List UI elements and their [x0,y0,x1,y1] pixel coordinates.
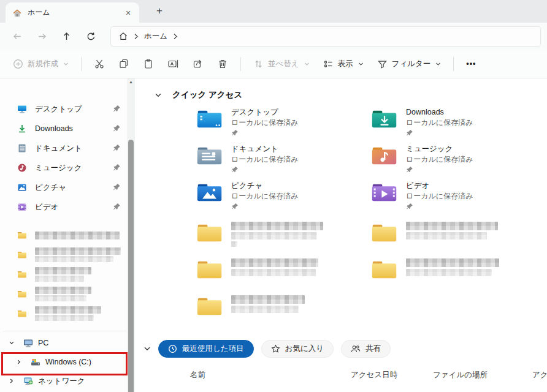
more-button[interactable]: ••• [459,53,483,74]
new-button[interactable]: 新規作成 [6,53,75,74]
pin-icon [406,129,413,137]
tile-redacted-folder[interactable] [371,258,546,295]
tile-redacted-folder[interactable] [196,222,371,258]
filter-button[interactable]: フィルター [370,53,448,74]
sidebar-item-windows-c[interactable]: Windows (C:) [0,351,135,373]
address-bar[interactable]: ホーム [110,26,541,47]
navigation-bar: ホーム [0,23,547,50]
paste-button[interactable] [136,53,161,74]
sidebar-item-redacted-folder[interactable] [0,265,135,284]
copy-button[interactable] [112,53,136,74]
sidebar-item-videos[interactable]: ビデオ [0,197,135,217]
pin-icon [113,203,121,211]
folder-icon [17,230,27,240]
sidebar-item-downloads[interactable]: Downloads [0,119,135,138]
sidebar-scrollbar[interactable]: ▲ [127,78,135,392]
recent-section-header: 最近使用した項目 お気に入り 共有 [143,340,391,358]
tab-bar: ホーム × + [0,0,547,23]
tile-name: ドキュメント [231,145,298,154]
forward-button[interactable] [29,26,54,47]
tile-name: ピクチャ [231,181,298,190]
column-file-location[interactable]: ファイルの場所 [433,370,488,380]
tile-name: ミュージック [406,145,473,154]
sidebar-item-pc[interactable]: PC [0,335,135,351]
folder-icon [196,258,223,280]
sidebar-item-music[interactable]: ミュージック [0,158,135,178]
sort-button[interactable]: 並べ替え [247,53,316,74]
sidebar-item-desktop[interactable]: デスクトップ [0,99,135,119]
rename-button[interactable] [161,53,186,74]
tile-redacted-folder[interactable] [196,295,371,332]
redacted-label [35,232,120,239]
plus-circle-icon [13,59,23,69]
back-arrow-icon [12,31,23,42]
redacted-label [35,306,101,321]
trash-icon [217,58,228,69]
tile-downloads[interactable]: Downloads ローカルに保存済み [371,108,546,145]
new-tab-button[interactable]: + [151,5,167,17]
column-name[interactable]: 名前 [190,370,205,380]
delete-button[interactable] [210,53,235,74]
back-button[interactable] [5,26,29,47]
folder-icon [371,222,398,243]
folder-icon [17,270,27,279]
share-icon [193,58,204,69]
tile-music[interactable]: ミュージック ローカルに保存済み [371,145,546,181]
column-access-date[interactable]: アクセス日時 [351,370,397,380]
navigation-sidebar: デスクトップ Downloads ドキュメント ミュージック ピクチャ ビデオ [0,78,135,392]
redacted-label [406,258,499,276]
filter-icon [377,59,388,69]
chevron-down-icon[interactable] [143,346,151,352]
pin-icon [113,183,121,191]
tab-home[interactable]: ホーム × [6,2,139,23]
column-clipped[interactable]: アク [532,370,547,380]
sidebar-item-redacted-folder[interactable] [0,245,135,265]
cut-button[interactable] [87,53,112,74]
tile-desktop[interactable]: デスクトップ ローカルに保存済み [196,108,371,145]
sidebar-item-network[interactable]: ネットワーク [0,373,135,389]
tile-redacted-folder[interactable] [371,222,546,258]
sidebar-item-redacted-folder[interactable] [0,225,135,245]
toolbar-separator [240,57,241,71]
download-icon [17,124,27,134]
folder-icon [196,222,223,243]
quick-access-section-header[interactable]: クイック アクセス [155,89,242,100]
breadcrumb-item-home[interactable]: ホーム [144,31,167,42]
tab-close-icon[interactable]: × [123,8,134,18]
pictures-icon [17,183,27,192]
desktop-folder-icon [196,108,223,129]
tab-title: ホーム [28,7,123,18]
chevron-right-icon [9,378,14,384]
recent-list-column-headers: 名前 アクセス日時 ファイルの場所 アク [135,369,547,383]
share-button[interactable] [186,53,210,74]
refresh-button[interactable] [78,26,103,47]
tile-videos[interactable]: ビデオ ローカルに保存済み [371,181,546,218]
cut-icon [94,58,105,69]
tile-status: ローカルに保存済み [231,155,298,164]
redacted-label [35,287,91,301]
toolbar-separator [81,57,82,71]
tile-status: ローカルに保存済み [406,155,473,164]
tile-name: デスクトップ [231,108,298,117]
up-button[interactable] [54,26,78,47]
tile-pictures[interactable]: ピクチャ ローカルに保存済み [196,181,371,218]
folder-icon [17,250,27,260]
sidebar-item-redacted-folder[interactable] [0,284,135,304]
shared-button[interactable]: 共有 [341,340,391,358]
sidebar-item-documents[interactable]: ドキュメント [0,138,135,158]
breadcrumb-chevron-icon [134,33,139,40]
pictures-folder-icon [196,181,223,203]
tile-documents[interactable]: ドキュメント ローカルに保存済み [196,145,371,181]
sidebar-item-pictures[interactable]: ピクチャ [0,178,135,197]
chevron-down-icon [435,62,441,66]
redacted-label [35,247,121,262]
view-icon [323,59,334,69]
scrollbar-up-arrow[interactable]: ▲ [127,80,135,84]
tile-redacted-folder[interactable] [196,258,371,295]
scrollbar-thumb[interactable] [128,140,134,392]
sidebar-item-redacted-folder[interactable] [0,304,135,323]
recent-items-button[interactable]: 最近使用した項目 [158,340,254,358]
favorites-button[interactable]: お気に入り [261,340,334,358]
tile-name: Downloads [406,108,473,117]
view-button[interactable]: 表示 [316,53,370,74]
